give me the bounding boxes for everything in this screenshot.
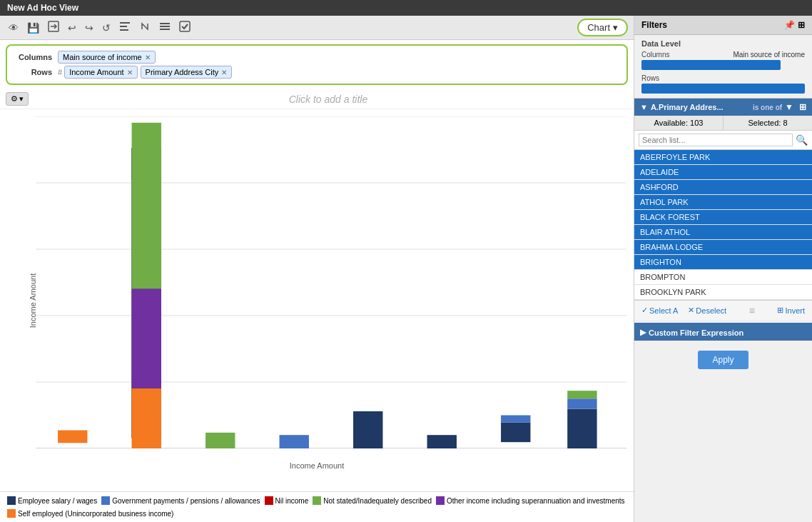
select-all-label: Select A: [649, 306, 678, 315]
city-item-0[interactable]: ABERFOYLE PARK: [634, 150, 812, 165]
undo-btn[interactable]: ↩: [65, 21, 79, 35]
pa-options-icon[interactable]: ▼: [785, 102, 793, 112]
row-tag-address[interactable]: Primary Address City ✕: [141, 66, 233, 79]
row-tag-address-remove[interactable]: ✕: [221, 69, 227, 76]
format-btn[interactable]: [116, 19, 133, 36]
y-axis-label: Income Amount: [29, 273, 37, 327]
svg-rect-21: [58, 431, 87, 443]
hash-symbol: #: [58, 68, 62, 76]
app-title: New Ad Hoc View: [7, 3, 78, 13]
selected-tab[interactable]: Selected: 8: [724, 116, 812, 130]
fields-area: Columns Main source of income ✕ Rows # I…: [6, 44, 628, 85]
city-item-1[interactable]: ADELAIDE: [634, 165, 812, 180]
city-item-4[interactable]: BLACK FOREST: [634, 210, 812, 225]
gear-icon: ⚙: [11, 94, 18, 104]
chart-title[interactable]: Click to add a title: [29, 94, 628, 105]
svg-rect-31: [205, 433, 235, 448]
chart-svg: 25k 20k 15k 10k 5k 0k ABERFOYLE PARK: [36, 116, 626, 448]
deselect-btn[interactable]: ✕ Deselect: [685, 304, 729, 316]
apply-btn-container: Apply: [634, 341, 812, 379]
filters-expand-icon[interactable]: ⊞: [798, 20, 805, 30]
column-tag-remove[interactable]: ✕: [145, 54, 151, 61]
filter-rows-bar: [641, 84, 805, 94]
filter-columns-label: Columns: [641, 51, 669, 59]
data-level-title: Data Level: [641, 39, 805, 48]
filter-columns-bar: [641, 60, 781, 70]
city-item-5[interactable]: BLAIR ATHOL: [634, 225, 812, 240]
svg-rect-35: [353, 411, 382, 448]
title-bar: New Ad Hoc View: [0, 0, 812, 16]
city-list: ABERFOYLE PARK ADELAIDE ASHFORD ATHOL PA…: [634, 150, 812, 300]
row-tag-income-remove[interactable]: ✕: [127, 69, 133, 76]
legend-label-2: Nil income: [275, 497, 309, 505]
checkmark-icon: ✓: [641, 306, 648, 315]
pa-more-icon[interactable]: ⊞: [799, 102, 806, 112]
svg-rect-37: [427, 435, 457, 448]
svg-rect-27: [132, 288, 161, 388]
city-item-2[interactable]: ASHFORD: [634, 180, 812, 195]
more-btn[interactable]: [156, 19, 173, 36]
filter-rows-header: Rows: [641, 74, 805, 82]
chart-settings-btn[interactable]: ⚙ ▾: [6, 92, 29, 106]
svg-rect-26: [132, 388, 161, 448]
svg-rect-28: [132, 123, 161, 289]
sort-btn[interactable]: [136, 19, 153, 36]
svg-rect-8: [180, 21, 190, 31]
legend-color-1: [101, 496, 110, 505]
city-item-7[interactable]: BRIGHTON: [634, 255, 812, 270]
city-item-3[interactable]: ATHOL PARK: [634, 195, 812, 210]
export-btn[interactable]: [45, 19, 62, 36]
city-item-6[interactable]: BRAHMA LODGE: [634, 240, 812, 255]
legend-color-5: [7, 509, 16, 518]
view-btn[interactable]: 👁: [6, 21, 21, 35]
chart-container: ⚙ ▾ Click to add a title Income Amount 2…: [0, 89, 634, 522]
search-icon[interactable]: 🔍: [796, 134, 808, 146]
legend-label-4: Other income including superannuation an…: [447, 497, 625, 505]
chart-legend: Employee salary / wages Government payme…: [0, 491, 634, 522]
refresh-btn[interactable]: ↺: [99, 21, 113, 35]
legend-color-0: [7, 496, 16, 505]
city-search-input[interactable]: [639, 134, 793, 146]
columns-label: Columns: [13, 53, 52, 61]
chart-title-bar: ⚙ ▾ Click to add a title: [0, 89, 634, 109]
filter-columns-header: Columns Main source of income: [641, 51, 805, 59]
column-tag-main-source[interactable]: Main source of income ✕: [58, 51, 156, 64]
row-tag-income[interactable]: Income Amount ✕: [64, 66, 137, 79]
svg-rect-7: [160, 29, 170, 30]
filter-rows-label: Rows: [641, 74, 659, 82]
invert-icon: ⊞: [777, 306, 783, 315]
chart-btn-label: Chart: [587, 22, 610, 33]
chart-mode-btn[interactable]: Chart ▾: [577, 19, 628, 36]
legend-color-4: [436, 496, 445, 505]
legend-label-1: Government payments / pensions / allowan…: [112, 497, 260, 505]
legend-item-0: Employee salary / wages: [7, 496, 97, 505]
svg-rect-2: [120, 22, 130, 24]
chart-area: Income Amount 25k 20k 15k 10k 5k 0k: [0, 109, 634, 491]
legend-item-2: Nil income: [265, 496, 309, 505]
apply-btn[interactable]: Apply: [698, 351, 748, 369]
cf-title: Custom Filter Expression: [649, 328, 744, 337]
column-tag-label: Main source of income: [63, 53, 142, 61]
legend-item-5: Self employed (Unincorporated business i…: [7, 509, 173, 518]
redo-btn[interactable]: ↪: [82, 21, 96, 35]
save-btn[interactable]: 💾: [24, 21, 42, 35]
row-tag-address-label: Primary Address City: [146, 68, 219, 76]
rows-row: Rows # Income Amount ✕ Primary Address C…: [13, 66, 621, 79]
custom-filter-header[interactable]: ▶ Custom Filter Expression: [634, 324, 812, 341]
checkbox-btn[interactable]: [176, 19, 193, 36]
pa-expand-icon[interactable]: ▼: [640, 103, 648, 111]
city-item-9[interactable]: BROOKLYN PARK: [634, 285, 812, 300]
svg-rect-40: [501, 416, 530, 423]
invert-btn[interactable]: ⊞ Invert: [774, 304, 808, 316]
svg-rect-5: [160, 23, 170, 24]
pa-title: A.Primary Addres...: [651, 103, 750, 111]
legend-label-0: Employee salary / wages: [18, 497, 97, 505]
filters-header: Filters 📌 ⊞: [634, 16, 812, 35]
select-all-btn[interactable]: ✓ Select A: [639, 304, 681, 316]
filter-columns-value: Main source of income: [733, 51, 805, 59]
legend-color-3: [313, 496, 321, 505]
available-tab[interactable]: Available: 103: [634, 116, 724, 130]
legend-label-5: Self employed (Unincorporated business i…: [18, 510, 173, 518]
city-item-8[interactable]: BROMPTON: [634, 270, 812, 285]
filters-pin-icon[interactable]: 📌: [784, 20, 795, 30]
